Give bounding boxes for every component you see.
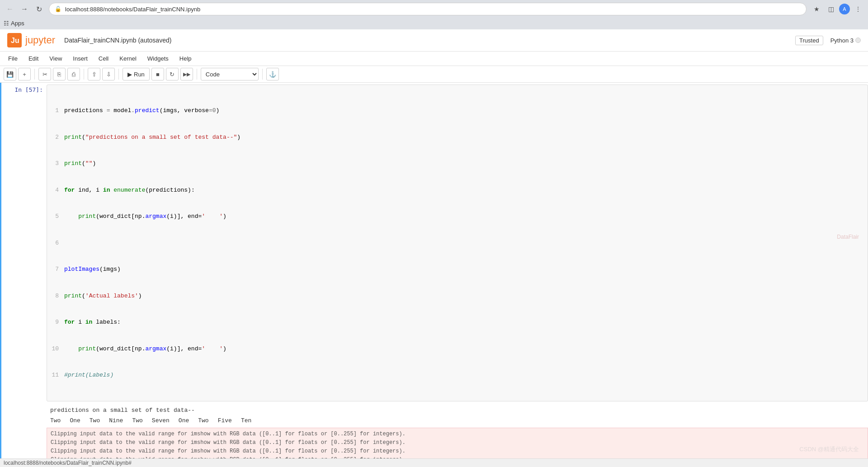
run-label: Run	[134, 71, 145, 78]
toolbar-sep-2	[84, 69, 84, 80]
trusted-badge[interactable]: Trusted	[795, 36, 823, 45]
code-line-6: 6	[51, 239, 864, 248]
predictions-row: TwoOneTwoNineTwoSevenOneTwoFiveTen	[47, 415, 868, 426]
menu-help[interactable]: Help	[175, 53, 196, 64]
prediction-value: Seven	[152, 417, 170, 424]
notebook-container: Ju jupyter DataFlair_trainCNN.ipynb (aut…	[0, 29, 868, 467]
status-bar: localhost:8888/notebooks/DataFlair_train…	[0, 458, 868, 467]
code-line-7: 7 plotImages(imgs)	[51, 265, 864, 274]
toolbar-sep-4	[197, 69, 197, 80]
cut-button[interactable]: ✂	[38, 68, 51, 80]
address-bar[interactable]: 🔓 localhost:8888/notebooks/DataFlair_tra…	[49, 3, 807, 15]
apps-label: ☷ Apps	[4, 20, 24, 27]
code-line-1: 1 predictions = model.predict(imgs, verb…	[51, 106, 864, 115]
menu-insert[interactable]: Insert	[68, 53, 92, 64]
code-line-11: 11 #print(Labels)	[51, 371, 864, 380]
notebook-scroll-area[interactable]: In [57]: 1 predictions = model.predict(i…	[0, 83, 868, 467]
toolbar-sep-1	[34, 69, 35, 80]
code-line-9: 9 for i in labels:	[51, 318, 864, 327]
restart-button[interactable]: ↻	[166, 68, 179, 80]
profile-button[interactable]: A	[839, 4, 850, 14]
prediction-value: Two	[90, 417, 100, 424]
jupyter-header-right: Trusted Python 3	[795, 36, 861, 45]
status-url: localhost:8888/notebooks/DataFlair_train…	[4, 460, 132, 466]
jupyter-header: Ju jupyter DataFlair_trainCNN.ipynb (aut…	[0, 29, 868, 52]
move-up-button[interactable]: ⇧	[88, 68, 100, 80]
stop-button[interactable]: ■	[151, 68, 164, 80]
predictions-header: predictions on a small set of test data-…	[47, 405, 868, 415]
kernel-status-icon	[855, 38, 861, 43]
code-line-2: 2 print("predictions on a small set of t…	[51, 133, 864, 142]
menu-view[interactable]: View	[45, 53, 66, 64]
jupyter-right-header: DataFlair_trainCNN.ipynb (autosaved)	[64, 37, 795, 44]
kernel-badge: Python 3	[830, 37, 861, 44]
forward-button[interactable]: →	[18, 3, 31, 15]
keyboard-shortcuts-button[interactable]: ⚓	[266, 68, 279, 80]
code-cell-57: In [57]: 1 predictions = model.predict(i…	[0, 83, 868, 467]
menu-widgets[interactable]: Widgets	[143, 53, 173, 64]
restart-run-button[interactable]: ▶▶	[180, 68, 193, 80]
move-down-button[interactable]: ⇩	[102, 68, 115, 80]
notebook-name[interactable]: DataFlair_trainCNN.ipynb (autosaved)	[64, 37, 171, 44]
url-text: localhost:8888/notebooks/DataFlair_train…	[65, 6, 801, 13]
prediction-value: One	[179, 417, 189, 424]
prediction-value: Ten	[241, 417, 251, 424]
menu-cell[interactable]: Cell	[94, 53, 113, 64]
prediction-value: One	[70, 417, 80, 424]
run-button[interactable]: ▶ Run	[123, 68, 150, 80]
reload-button[interactable]: ↻	[33, 3, 45, 15]
warning-line: Clipping input data to the valid range f…	[51, 439, 864, 447]
nav-buttons: ← → ↻	[4, 3, 45, 15]
menu-edit[interactable]: Edit	[24, 53, 43, 64]
prediction-value: Two	[50, 417, 61, 424]
browser-chrome: ← → ↻ 🔓 localhost:8888/notebooks/DataFla…	[0, 0, 868, 29]
menu-file[interactable]: File	[4, 53, 22, 64]
in-label: In [57]:	[14, 86, 43, 93]
copy-button[interactable]: ⎘	[53, 68, 66, 80]
lock-icon: 🔓	[55, 6, 61, 12]
run-icon: ▶	[127, 71, 132, 78]
notebook-content: In [57]: 1 predictions = model.predict(i…	[0, 83, 868, 467]
cell-type-select[interactable]: Code Markdown Raw NBConvert	[201, 68, 259, 80]
code-line-10: 10 print(word_dict[np.argmax(i)], end=' …	[51, 344, 864, 354]
browser-actions: ★ ◫ A ⋮	[810, 3, 864, 15]
toolbar-sep-3	[118, 69, 119, 80]
browser-toolbar: ← → ↻ 🔓 localhost:8888/notebooks/DataFla…	[0, 0, 868, 18]
code-line-3: 3 print("")	[51, 159, 864, 168]
code-line-4: 4 for ind, i in enumerate(predictions):	[51, 186, 864, 195]
prediction-value: Two	[198, 417, 208, 424]
code-line-8: 8 print('Actual labels')	[51, 292, 864, 301]
save-button[interactable]: 💾	[4, 68, 16, 80]
jupyter-logo-icon: Ju	[7, 33, 22, 47]
back-button[interactable]: ←	[4, 3, 16, 15]
prediction-value: Nine	[109, 417, 123, 424]
prediction-value: Five	[218, 417, 232, 424]
paste-button[interactable]: ⎙	[67, 68, 80, 80]
jupyter-title-text: jupyter	[25, 34, 55, 46]
apps-icon: ☷	[4, 20, 9, 27]
cell-content[interactable]: 1 predictions = model.predict(imgs, verb…	[47, 83, 868, 467]
output-area: predictions on a small set of test data-…	[47, 401, 868, 467]
cell-prompt: In [57]:	[1, 83, 47, 467]
menu-bar: File Edit View Insert Cell Kernel Widget…	[0, 52, 868, 66]
extensions-button[interactable]: ◫	[825, 3, 837, 15]
toolbar: 💾 + ✂ ⎘ ⎙ ⇧ ⇩ ▶ Run ■ ↻ ▶▶ Code Markdown…	[0, 66, 868, 83]
apps-bar: ☷ Apps	[0, 18, 868, 29]
code-line-5: 5 print(word_dict[np.argmax(i)], end=' '…	[51, 212, 864, 221]
kernel-label: Python 3	[830, 37, 854, 44]
bookmark-button[interactable]: ★	[810, 3, 823, 15]
menu-button[interactable]: ⋮	[852, 3, 864, 15]
prediction-value: Two	[132, 417, 142, 424]
menu-kernel[interactable]: Kernel	[115, 53, 141, 64]
svg-text:Ju: Ju	[11, 37, 19, 44]
warning-line: Clipping input data to the valid range f…	[51, 430, 864, 439]
warning-line: Clipping input data to the valid range f…	[51, 447, 864, 456]
code-editor[interactable]: 1 predictions = model.predict(imgs, verb…	[47, 85, 868, 401]
toolbar-sep-5	[262, 69, 263, 80]
add-cell-button[interactable]: +	[18, 68, 31, 80]
jupyter-logo: Ju jupyter	[7, 33, 55, 47]
